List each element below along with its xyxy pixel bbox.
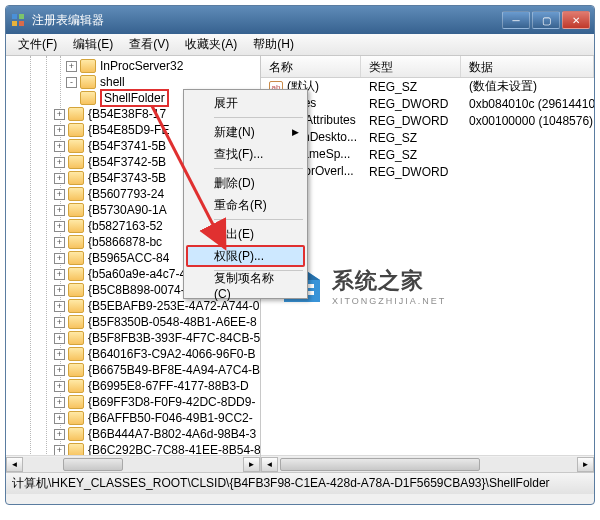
statusbar: 计算机\HKEY_CLASSES_ROOT\CLSID\{B4FB3F98-C1… (6, 472, 594, 494)
tree-item[interactable]: -shell (6, 74, 260, 90)
expand-toggle[interactable]: + (54, 237, 65, 248)
folder-icon (80, 91, 96, 105)
tree-item-label: InProcServer32 (100, 59, 183, 73)
scroll-right-button[interactable]: ► (243, 457, 260, 472)
expand-toggle[interactable]: + (54, 413, 65, 424)
tree-item-label: {B6AFFB50-F046-49B1-9CC2- (88, 411, 253, 425)
expand-toggle[interactable]: + (54, 301, 65, 312)
expand-toggle[interactable]: + (54, 333, 65, 344)
expand-toggle[interactable]: + (54, 221, 65, 232)
tree-item-label: {B64016F3-C9A2-4066-96F0-B (88, 347, 255, 361)
separator (214, 168, 303, 169)
ctx-export[interactable]: 导出(E) (186, 223, 305, 245)
app-icon (10, 12, 26, 28)
col-data[interactable]: 数据 (461, 56, 594, 77)
tree-item-label: {B6675B49-BF8E-4A94-A7C4-B (88, 363, 260, 377)
expand-toggle[interactable]: + (54, 269, 65, 280)
expand-toggle[interactable]: + (54, 205, 65, 216)
tree-item-label: {B5F8FB3B-393F-4F7C-84CB-5 (88, 331, 260, 345)
menu-favorites[interactable]: 收藏夹(A) (177, 34, 245, 55)
tree-item-label: {B54E85D9-FE (88, 123, 169, 137)
close-button[interactable]: ✕ (562, 11, 590, 29)
value-type: REG_DWORD (361, 97, 461, 111)
expand-toggle[interactable]: + (54, 397, 65, 408)
menu-help[interactable]: 帮助(H) (245, 34, 302, 55)
expand-toggle[interactable]: + (54, 429, 65, 440)
menu-edit[interactable]: 编辑(E) (65, 34, 121, 55)
tree-item-label: {b5866878-bc (88, 235, 162, 249)
folder-icon (68, 123, 84, 137)
tree-item[interactable]: +{B6AFFB50-F046-49B1-9CC2- (6, 410, 260, 426)
tree-item-label: {B5EBAFB9-253E-4A72-A744-0 (88, 299, 259, 313)
value-row[interactable]: aboNameSp...REG_SZ (261, 146, 594, 163)
folder-icon (68, 299, 84, 313)
expand-toggle[interactable]: - (66, 77, 77, 88)
tree-item[interactable]: +{B5F8FB3B-393F-4F7C-84CB-5 (6, 330, 260, 346)
scroll-thumb[interactable] (280, 458, 480, 471)
tree-item[interactable]: +{B6995E8-67FF-4177-88B3-D (6, 378, 260, 394)
expand-toggle (66, 93, 77, 104)
expand-toggle[interactable]: + (54, 445, 65, 456)
expand-toggle[interactable]: + (54, 109, 65, 120)
folder-icon (68, 267, 84, 281)
ctx-expand[interactable]: 展开 (186, 92, 305, 114)
expand-toggle[interactable]: + (54, 253, 65, 264)
menubar: 文件(F) 编辑(E) 查看(V) 收藏夹(A) 帮助(H) (6, 34, 594, 56)
svg-rect-3 (19, 21, 24, 26)
value-row[interactable]: 01butesREG_DWORD0xb084010c (29614410 (261, 95, 594, 112)
col-type[interactable]: 类型 (361, 56, 461, 77)
value-type: REG_SZ (361, 148, 461, 162)
expand-toggle[interactable]: + (54, 125, 65, 136)
scroll-right-button[interactable]: ► (577, 457, 594, 472)
folder-icon (68, 155, 84, 169)
expand-toggle[interactable]: + (54, 317, 65, 328)
tree-item[interactable]: +{B69FF3D8-F0F9-42DC-8DD9- (6, 394, 260, 410)
expand-toggle[interactable]: + (54, 381, 65, 392)
folder-icon (68, 235, 84, 249)
expand-toggle[interactable]: + (54, 157, 65, 168)
tree-item[interactable]: +{B6675B49-BF8E-4A94-A7C4-B (6, 362, 260, 378)
ctx-rename[interactable]: 重命名(R) (186, 194, 305, 216)
menu-view[interactable]: 查看(V) (121, 34, 177, 55)
expand-toggle[interactable]: + (66, 61, 77, 72)
scroll-left-button[interactable]: ◄ (261, 457, 278, 472)
expand-toggle[interactable]: + (54, 349, 65, 360)
ctx-find[interactable]: 查找(F)... (186, 143, 305, 165)
value-row[interactable]: ab(默认)REG_SZ(数值未设置) (261, 78, 594, 95)
ctx-permissions[interactable]: 权限(P)... (186, 245, 305, 267)
tree-item[interactable]: +InProcServer32 (6, 58, 260, 74)
ctx-new[interactable]: 新建(N)▶ (186, 121, 305, 143)
tree-hscrollbar[interactable]: ◄ ► (6, 455, 260, 472)
submenu-arrow-icon: ▶ (292, 127, 299, 137)
expand-toggle[interactable]: + (54, 189, 65, 200)
value-data: 0x00100000 (1048576) (461, 114, 594, 128)
value-row[interactable]: 01ryForOverl...REG_DWORD (261, 163, 594, 180)
value-data: 0xb084010c (29614410 (461, 97, 594, 111)
list-hscrollbar[interactable]: ◄ ► (261, 455, 594, 472)
expand-toggle[interactable]: + (54, 173, 65, 184)
list-pane: 名称 类型 数据 ab(默认)REG_SZ(数值未设置)01butesREG_D… (261, 56, 594, 472)
maximize-button[interactable]: ▢ (532, 11, 560, 29)
expand-toggle[interactable]: + (54, 365, 65, 376)
ctx-copy-key-name[interactable]: 复制项名称(C) (186, 274, 305, 296)
value-row[interactable]: 01ForAttributesREG_DWORD0x00100000 (1048… (261, 112, 594, 129)
ctx-delete[interactable]: 删除(D) (186, 172, 305, 194)
watermark-cn: 系统之家 (332, 266, 446, 296)
expand-toggle[interactable]: + (54, 285, 65, 296)
value-type: REG_DWORD (361, 114, 461, 128)
tree-item[interactable]: +{B64016F3-C9A2-4066-96F0-B (6, 346, 260, 362)
menu-file[interactable]: 文件(F) (10, 34, 65, 55)
tree-item-label: {b5827163-52 (88, 219, 163, 233)
window-title: 注册表编辑器 (32, 12, 502, 29)
scroll-thumb[interactable] (63, 458, 123, 471)
scroll-left-button[interactable]: ◄ (6, 457, 23, 472)
folder-icon (80, 75, 96, 89)
tree-item-label: {B5730A90-1A (88, 203, 167, 217)
value-row[interactable]: abeOnDeskto...REG_SZ (261, 129, 594, 146)
minimize-button[interactable]: ─ (502, 11, 530, 29)
tree-item[interactable]: +{B6B444A7-B802-4A6d-98B4-3 (6, 426, 260, 442)
folder-icon (80, 59, 96, 73)
col-name[interactable]: 名称 (261, 56, 361, 77)
tree-item[interactable]: +{B5F8350B-0548-48B1-A6EE-8 (6, 314, 260, 330)
expand-toggle[interactable]: + (54, 141, 65, 152)
